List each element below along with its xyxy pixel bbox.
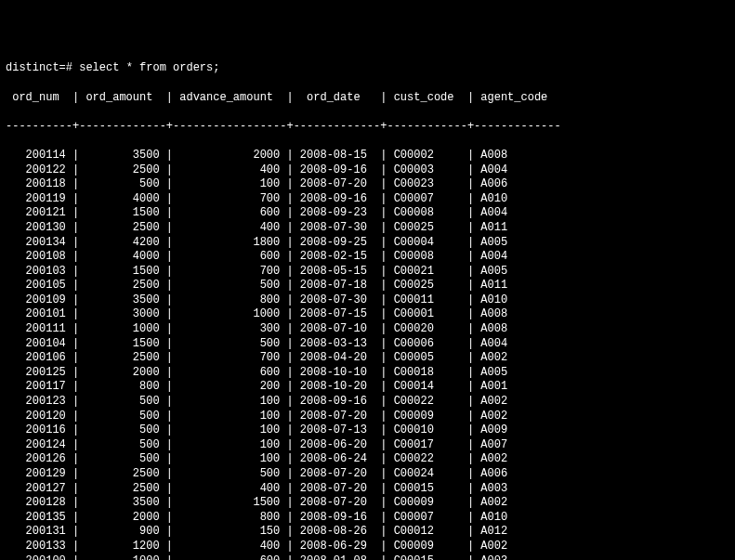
table-row: 200104 | 1500 | 500 | 2008-03-13 | C0000… <box>6 337 729 352</box>
table-row: 200123 | 500 | 100 | 2008-09-16 | C00022… <box>6 395 729 410</box>
table-row: 200101 | 3000 | 1000 | 2008-07-15 | C000… <box>6 307 729 322</box>
table-row: 200134 | 4200 | 1800 | 2008-09-25 | C000… <box>6 236 729 251</box>
table-row: 200121 | 1500 | 600 | 2008-09-23 | C0000… <box>6 206 729 221</box>
table-row: 200128 | 3500 | 1500 | 2008-07-20 | C000… <box>6 496 729 511</box>
table-row: 200100 | 1000 | 600 | 2008-01-08 | C0001… <box>6 554 729 560</box>
table-row: 200111 | 1000 | 300 | 2008-07-10 | C0002… <box>6 322 729 337</box>
sql-query: select * from orders; <box>79 61 219 74</box>
table-row: 200117 | 800 | 200 | 2008-10-20 | C00014… <box>6 380 729 395</box>
table-row: 200124 | 500 | 100 | 2008-06-20 | C00017… <box>6 438 729 453</box>
table-row: 200130 | 2500 | 400 | 2008-07-30 | C0002… <box>6 221 729 236</box>
prompt-prefix: distinct=# <box>6 61 72 74</box>
table-row: 200122 | 2500 | 400 | 2008-09-16 | C0000… <box>6 163 729 178</box>
table-row: 200118 | 500 | 100 | 2008-07-20 | C00023… <box>6 177 729 192</box>
table-row: 200109 | 3500 | 800 | 2008-07-30 | C0001… <box>6 293 729 308</box>
table-header-row: ord_num | ord_amount | advance_amount | … <box>6 91 729 106</box>
table-row: 200119 | 4000 | 700 | 2008-09-16 | C0000… <box>6 192 729 207</box>
table-body: 200114 | 3500 | 2000 | 2008-08-15 | C000… <box>6 149 729 560</box>
table-row: 200127 | 2500 | 400 | 2008-07-20 | C0001… <box>6 482 729 497</box>
table-row: 200131 | 900 | 150 | 2008-08-26 | C00012… <box>6 525 729 540</box>
table-row: 200120 | 500 | 100 | 2008-07-20 | C00009… <box>6 410 729 424</box>
table-row: 200133 | 1200 | 400 | 2008-06-29 | C0000… <box>6 540 729 554</box>
table-row: 200114 | 3500 | 2000 | 2008-08-15 | C000… <box>6 149 729 163</box>
table-row: 200135 | 2000 | 800 | 2008-09-16 | C0000… <box>6 511 729 526</box>
table-row: 200106 | 2500 | 700 | 2008-04-20 | C0000… <box>6 351 729 366</box>
table-row: 200116 | 500 | 100 | 2008-07-13 | C00010… <box>6 423 729 438</box>
table-row: 200108 | 4000 | 600 | 2008-02-15 | C0000… <box>6 250 729 265</box>
table-row: 200105 | 2500 | 500 | 2008-07-18 | C0002… <box>6 279 729 293</box>
table-row: 200129 | 2500 | 500 | 2008-07-20 | C0002… <box>6 467 729 482</box>
table-row: 200126 | 500 | 100 | 2008-06-24 | C00022… <box>6 452 729 467</box>
table-row: 200125 | 2000 | 600 | 2008-10-10 | C0001… <box>6 366 729 381</box>
table-separator-row: ----------+-------------+---------------… <box>6 120 729 135</box>
sql-prompt-line: distinct=# select * from orders; <box>6 61 729 76</box>
table-row: 200103 | 1500 | 700 | 2008-05-15 | C0002… <box>6 265 729 280</box>
